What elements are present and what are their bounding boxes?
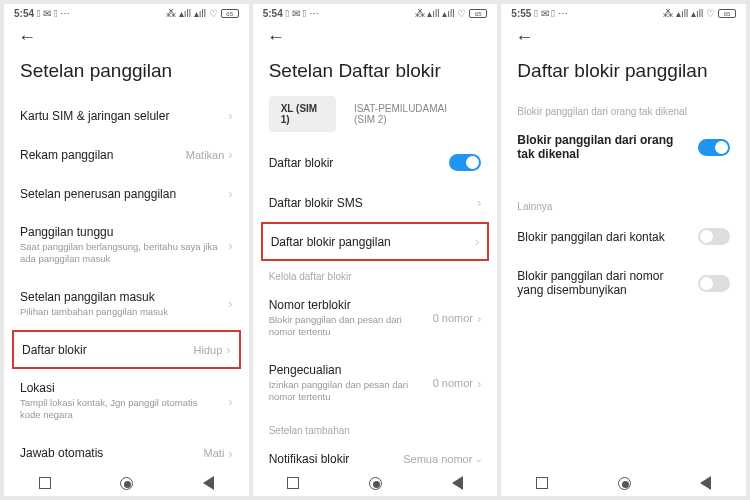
- row-sim[interactable]: Kartu SIM & jaringan seluler›: [20, 96, 233, 135]
- row-blokir-disembunyikan[interactable]: Blokir panggilan dari nomor yang disembu…: [517, 257, 730, 309]
- row-nomor-terblokir[interactable]: Nomor terblokirBlokir panggilan dan pesa…: [269, 286, 482, 351]
- row-blokir-kontak[interactable]: Blokir panggilan dari kontak: [517, 216, 730, 257]
- chevron-icon: ›: [475, 234, 479, 249]
- page-title: Daftar blokir panggilan: [501, 50, 746, 96]
- recents-button[interactable]: [536, 477, 548, 489]
- phone-screen-3: 5:55 ⃠ ✉ ⛶ ⋯ ⁂ ▴ıll ▴ıll ♡ 65 ← Daftar b…: [501, 4, 746, 496]
- row-blokir-panggilan[interactable]: Daftar blokir panggilan›: [261, 222, 490, 261]
- sim-tabs: XL (SIM 1) ISAT-PEMILUDAMAI (SIM 2): [253, 96, 498, 142]
- chevron-icon: ›: [477, 376, 481, 391]
- chevron-icon: ›: [228, 238, 232, 253]
- section-tak-dikenal: Blokir panggilan dari orang tak dikenal: [517, 96, 730, 121]
- chevron-icon: ›: [228, 446, 232, 461]
- recents-button[interactable]: [39, 477, 51, 489]
- status-bar: 5:54 ⃠ ✉ ⛶ ⋯ ⁂ ▴ıll ▴ıll ♡ 65: [253, 4, 498, 21]
- row-daftar-blokir-toggle[interactable]: Daftar blokir: [269, 142, 482, 183]
- row-blokir-tak-dikenal[interactable]: Blokir panggilan dari orang tak dikenal: [517, 121, 730, 173]
- status-bar: 5:54 ⃠ ✉ ⛶ ⋯ ⁂ ▴ıll ▴ıll ♡ 65: [4, 4, 249, 21]
- toggle-icon[interactable]: [698, 275, 730, 292]
- nav-bar: [501, 466, 746, 496]
- chevron-icon: ›: [477, 195, 481, 210]
- home-button[interactable]: [120, 477, 133, 490]
- row-rekam[interactable]: Rekam panggilanMatikan›: [20, 135, 233, 174]
- toggle-icon[interactable]: [449, 154, 481, 171]
- section-tambahan: Setelan tambahan: [269, 415, 482, 440]
- row-blokir-sms[interactable]: Daftar blokir SMS›: [269, 183, 482, 222]
- phone-screen-2: 5:54 ⃠ ✉ ⛶ ⋯ ⁂ ▴ıll ▴ıll ♡ 65 ← Setelan …: [253, 4, 498, 496]
- section-lainnya: Lainnya: [517, 191, 730, 216]
- recents-button[interactable]: [287, 477, 299, 489]
- chevron-icon: ›: [226, 342, 230, 357]
- tab-sim1[interactable]: XL (SIM 1): [269, 96, 336, 132]
- status-bar: 5:55 ⃠ ✉ ⛶ ⋯ ⁂ ▴ıll ▴ıll ♡ 65: [501, 4, 746, 21]
- toggle-icon[interactable]: [698, 228, 730, 245]
- chevron-icon: ›: [228, 296, 232, 311]
- section-kelola: Kelola daftar blokir: [269, 261, 482, 286]
- row-daftar-blokir[interactable]: Daftar blokirHidup›: [12, 330, 241, 369]
- back-nav-button[interactable]: [452, 476, 463, 490]
- page-title: Setelan Daftar blokir: [253, 50, 498, 96]
- back-nav-button[interactable]: [700, 476, 711, 490]
- back-button[interactable]: ←: [18, 27, 36, 47]
- caret-icon: ⌵: [476, 454, 481, 464]
- page-title: Setelan panggilan: [4, 50, 249, 96]
- chevron-icon: ›: [228, 186, 232, 201]
- back-button[interactable]: ←: [267, 27, 285, 47]
- home-button[interactable]: [369, 477, 382, 490]
- nav-bar: [4, 466, 249, 496]
- tab-sim2[interactable]: ISAT-PEMILUDAMAI (SIM 2): [342, 96, 481, 132]
- chevron-icon: ›: [228, 108, 232, 123]
- toggle-icon[interactable]: [698, 139, 730, 156]
- nav-bar: [253, 466, 498, 496]
- row-notifikasi[interactable]: Notifikasi blokirSemua nomor ⌵: [269, 440, 482, 466]
- phone-screen-1: 5:54 ⃠ ✉ ⛶ ⋯ ⁂ ▴ıll ▴ıll ♡ 65 ← Setelan …: [4, 4, 249, 496]
- row-tunggu[interactable]: Panggilan tungguSaat panggilan berlangsu…: [20, 213, 233, 278]
- chevron-icon: ›: [228, 147, 232, 162]
- home-button[interactable]: [618, 477, 631, 490]
- chevron-icon: ›: [477, 311, 481, 326]
- row-masuk[interactable]: Setelan panggilan masukPilihan tambahan …: [20, 278, 233, 330]
- row-jawab[interactable]: Jawab otomatisMati›: [20, 434, 233, 466]
- back-button[interactable]: ←: [515, 27, 533, 47]
- row-lokasi[interactable]: LokasiTampil lokasi kontak, Jgn panggil …: [20, 369, 233, 434]
- row-penerusan[interactable]: Setelan penerusan panggilan›: [20, 174, 233, 213]
- chevron-icon: ›: [228, 394, 232, 409]
- row-pengecualian[interactable]: PengecualianIzinkan panggilan dan pesan …: [269, 351, 482, 416]
- back-nav-button[interactable]: [203, 476, 214, 490]
